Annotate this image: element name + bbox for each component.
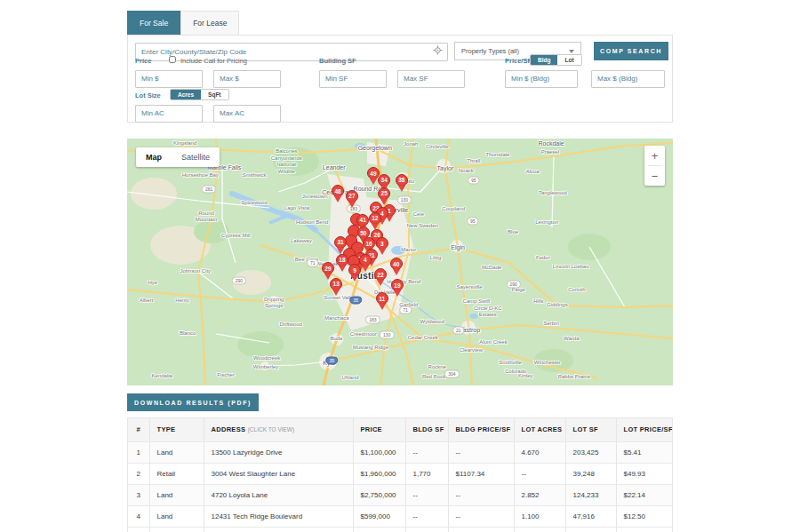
cell-lot-acres: 1.100 (514, 505, 565, 527)
min-bldg-input[interactable] (505, 70, 578, 88)
map-marker[interactable]: 19 (391, 279, 404, 291)
map-marker[interactable]: 9 (348, 264, 361, 276)
address-link[interactable]: 4720 Loyola Lane (204, 484, 353, 505)
table-row: 1Land13500 Lazyridge Drive$1,100,000----… (128, 441, 672, 463)
tab-for-lease[interactable]: For Lease (180, 11, 239, 35)
cell-bldg-sf: -- (405, 505, 448, 527)
map-marker[interactable]: 40 (390, 258, 403, 270)
cell-type: Land (149, 441, 204, 463)
acres-toggle[interactable]: Acres (171, 90, 201, 99)
address-link[interactable]: 3004 West Slaughter Lane (204, 463, 353, 484)
property-types-value: Property Types (all) (461, 47, 519, 55)
col-num: # (128, 418, 149, 441)
road-shield: 183 (365, 316, 380, 324)
road-shield: 304 (444, 370, 459, 378)
min-sf-input[interactable] (319, 70, 387, 88)
max-price-input[interactable] (213, 70, 281, 88)
zoom-in-button[interactable]: + (644, 146, 665, 165)
lot-toggle[interactable]: Lot (557, 55, 580, 65)
cell-bldg-price-sf: -- (448, 505, 514, 527)
sqft-toggle[interactable]: SqFt (201, 90, 228, 99)
map-marker[interactable]: 4 (359, 254, 372, 266)
road-shield: 71 (399, 306, 412, 314)
min-ac-input[interactable] (135, 105, 203, 123)
cell-type: Retail (149, 463, 204, 484)
price-sf-label: Price/SF (505, 57, 532, 65)
cell-bldg-sf: -- (405, 441, 448, 463)
tab-bar: For Sale For Lease (127, 11, 239, 35)
table-row-partial (128, 527, 672, 532)
include-call-label: Include Call for Pricing (180, 57, 247, 65)
building-sf-label: Building SF (319, 57, 356, 65)
max-sf-input[interactable] (397, 70, 465, 88)
map-marker[interactable]: 27 (346, 190, 358, 202)
cell-price: $1,960,000 (353, 463, 405, 484)
road-shield: 130 (380, 331, 394, 339)
road-shield: 71 (307, 259, 319, 267)
table-body: 1Land13500 Lazyridge Drive$1,100,000----… (128, 441, 672, 532)
cell-price: $1,100,000 (353, 441, 405, 463)
map-marker[interactable]: 12 (369, 212, 381, 225)
map-marker[interactable]: 13 (330, 278, 342, 290)
road-shield: 130 (397, 195, 412, 203)
satellite-view-button[interactable]: Satellite (172, 147, 220, 167)
road-shield: 35 (325, 357, 338, 365)
map-marker[interactable]: 11 (376, 292, 388, 305)
row-number: 1 (128, 441, 149, 463)
cell-lot-acres: 2.852 (514, 484, 565, 505)
map-view-button[interactable]: Map (136, 147, 172, 167)
download-results-button[interactable]: DOWNLOAD RESULTS (PDF) (127, 393, 259, 411)
address-link[interactable]: 13500 Lazyridge Drive (204, 441, 353, 463)
lot-size-label: Lot Size (135, 91, 161, 99)
cell-lot-acres: 4.670 (514, 441, 565, 463)
address-link[interactable]: 12431 Tech Ridge Boulevard (204, 505, 353, 527)
map-marker[interactable]: 38 (396, 174, 408, 187)
cell-bldg-sf: 1,770 (405, 463, 448, 484)
map-canvas[interactable]: KingslandGeorgetownJonahCirclevilleRockd… (127, 139, 673, 385)
bldg-toggle[interactable]: Bldg (531, 55, 557, 65)
table-row: 3Land4720 Loyola Lane$2,750,000----2.852… (128, 484, 672, 505)
cell-type: Land (149, 484, 204, 505)
cell-lot-sf: 39,248 (565, 463, 616, 484)
cell-lot-sf: 203,425 (565, 441, 616, 463)
table-header-row: # TYPE ADDRESS (CLICK TO VIEW) PRICE BLD… (128, 418, 672, 441)
map-marker[interactable]: 25 (378, 187, 390, 200)
map-marker[interactable]: 3 (376, 237, 388, 250)
lot-size-toggle: Acres SqFt (170, 89, 229, 100)
cell-lot-sf: 124,233 (565, 484, 616, 505)
cell-bldg-sf: -- (405, 484, 448, 505)
table-row: 4Land12431 Tech Ridge Boulevard$599,000-… (128, 505, 672, 527)
cell-lot-price-sf: $12.50 (616, 505, 672, 527)
cell-lot-price-sf: $49.93 (616, 463, 672, 484)
cell-lot-acres: -- (514, 463, 565, 484)
col-address-note: (CLICK TO VIEW) (248, 426, 295, 433)
map-marker[interactable]: 16 (363, 237, 375, 250)
row-number: 2 (128, 463, 149, 484)
col-bldg-price-sf: BLDG PRICE/SF (448, 418, 514, 441)
map-marker[interactable]: 31 (334, 236, 347, 249)
map-marker[interactable]: 18 (336, 254, 348, 266)
min-price-input[interactable] (135, 70, 203, 88)
map-marker[interactable]: 48 (332, 185, 344, 197)
page: For Sale For Lease Property Types (all) … (0, 0, 800, 532)
cell-price: $599,000 (353, 505, 405, 527)
map-marker[interactable]: 34 (378, 174, 390, 187)
cell-bldg-price-sf: -- (448, 484, 514, 505)
results-table: # TYPE ADDRESS (CLICK TO VIEW) PRICE BLD… (127, 417, 673, 532)
cell-lot-price-sf: $22.14 (616, 484, 672, 505)
chevron-down-icon (569, 50, 574, 53)
road-shield: 95 (467, 218, 479, 226)
zoom-out-button[interactable]: − (644, 166, 665, 186)
col-lot-sf: LOT SF (565, 418, 616, 441)
max-bldg-input[interactable] (591, 70, 665, 88)
include-call-checkbox[interactable] (169, 56, 176, 63)
map-marker[interactable]: 29 (322, 262, 334, 274)
road-shield: 21 (452, 327, 465, 335)
filter-panel: Property Types (all) COMP SEARCH Price I… (127, 35, 673, 123)
map-marker[interactable]: 22 (374, 268, 387, 281)
max-ac-input[interactable] (213, 105, 281, 123)
locate-icon[interactable] (433, 45, 443, 55)
comp-search-button[interactable]: COMP SEARCH (594, 42, 668, 60)
road-shield: 281 (202, 185, 216, 193)
tab-for-sale[interactable]: For Sale (127, 11, 180, 35)
